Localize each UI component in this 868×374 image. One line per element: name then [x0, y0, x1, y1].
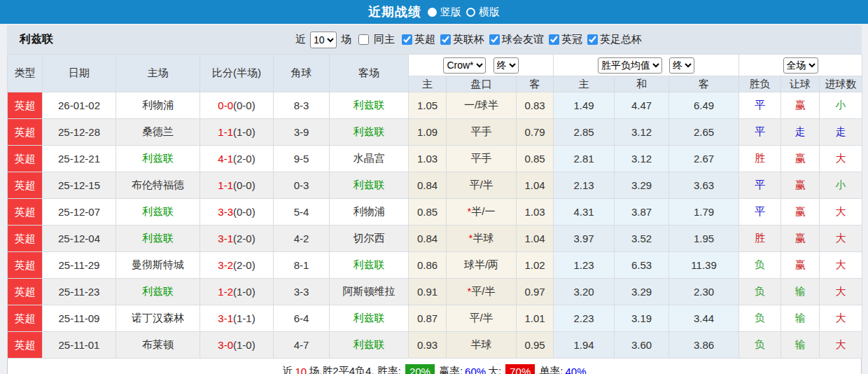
away-team[interactable]: 水晶宫 [330, 146, 409, 172]
league-badge[interactable]: 英超 [8, 92, 42, 118]
radio-vertical-icon[interactable] [428, 8, 437, 17]
away-team[interactable]: 阿斯顿维拉 [330, 279, 409, 305]
match-row: 英超 25-11-01 布莱顿 3-01-0 4-7 利兹联 0.93 半球 0… [8, 332, 862, 359]
league-type-cell: 英超 [8, 199, 43, 226]
odds-away-value: 0.85 [517, 146, 554, 172]
league-badge[interactable]: 英超 [8, 119, 42, 145]
score-cell: 4-12-0 [200, 146, 274, 172]
competition-checkbox-championship[interactable] [549, 34, 559, 45]
competition-label-fa-cup: 英足总杯 [600, 33, 642, 46]
handicap-win-pct: 60% [465, 366, 486, 374]
away-team[interactable]: 利兹联 [330, 119, 409, 146]
result-handicap: 赢 [781, 199, 820, 226]
col-header-date: 日期 [43, 55, 116, 92]
score-cell: 3-01-0 [200, 332, 274, 359]
competition-checkbox-fa-cup[interactable] [587, 34, 598, 45]
away-team[interactable]: 利物浦 [330, 199, 409, 226]
home-team[interactable]: 诺丁汉森林 [116, 305, 200, 332]
home-team[interactable]: 布伦特福德 [116, 172, 200, 199]
result-handicap: 输 [781, 279, 820, 305]
league-badge[interactable]: 英超 [8, 172, 42, 198]
league-badge[interactable]: 英超 [8, 226, 42, 251]
odds-home-value: 0.85 [409, 199, 447, 226]
score-cell: 1-10-0 [200, 172, 274, 199]
avg-draw-odds: 3.52 [615, 226, 669, 252]
home-team[interactable]: 布莱顿 [116, 332, 200, 359]
home-team[interactable]: 利兹联 [116, 226, 200, 252]
home-team[interactable]: 利兹联 [116, 146, 200, 172]
halftime-score: 2-0 [233, 153, 255, 165]
score-cell: 3-12-0 [200, 226, 274, 252]
odds-time-select[interactable]: 终 [493, 57, 519, 74]
handicap-line: 平/半 [447, 172, 517, 199]
layout-option-vertical[interactable]: 竖版 [428, 6, 461, 19]
fulltime-score: 1-2 [218, 286, 233, 298]
league-badge[interactable]: 英超 [8, 199, 42, 225]
away-team[interactable]: 利兹联 [330, 252, 409, 279]
avg-away-odds: 6.49 [669, 92, 739, 119]
results-body: 英超 26-01-02 利物浦 0-00-0 8-3 利兹联 1.05 一/球半… [8, 92, 862, 359]
handicap-text: 平手 [471, 125, 492, 137]
result-wdl: 平 [739, 92, 781, 119]
col-header-score: 比分(半场) [200, 55, 274, 92]
col-header-odds-home: 主 [409, 76, 447, 92]
odds-source-select[interactable]: Crow* [443, 57, 486, 74]
home-team[interactable]: 桑德兰 [116, 119, 200, 146]
match-date: 25-11-09 [43, 305, 116, 332]
halftime-score: 0-0 [233, 179, 255, 191]
league-badge[interactable]: 英超 [8, 252, 42, 278]
avg-odds-select[interactable]: 胜平负均值 [598, 57, 662, 74]
avg-draw-odds: 3.87 [615, 199, 669, 226]
away-team[interactable]: 利兹联 [330, 305, 409, 332]
avg-draw-odds: 6.53 [615, 252, 669, 279]
same-home-checkbox[interactable] [358, 34, 369, 45]
home-team[interactable]: 利兹联 [116, 199, 200, 226]
scope-select[interactable]: 全场 [783, 57, 818, 74]
league-badge[interactable]: 英超 [8, 332, 42, 358]
result-handicap: 赢 [781, 172, 820, 199]
match-date: 25-11-01 [43, 332, 116, 359]
layout-option-horizontal[interactable]: 横版 [466, 6, 500, 19]
league-badge[interactable]: 英超 [8, 146, 42, 172]
avg-home-odds: 1.94 [554, 332, 615, 359]
match-row: 英超 26-01-02 利物浦 0-00-0 8-3 利兹联 1.05 一/球半… [8, 92, 862, 119]
away-team[interactable]: 利兹联 [330, 92, 409, 119]
home-team[interactable]: 曼彻斯特城 [116, 252, 200, 279]
handicap-text: 平/半 [471, 285, 495, 297]
halftime-score: 0-0 [233, 206, 255, 218]
odds-away-value: 1.04 [517, 172, 554, 199]
corner-score: 8-3 [274, 92, 330, 119]
match-row: 英超 25-12-04 利兹联 3-12-0 4-2 切尔西 0.84 *半球 … [8, 226, 862, 252]
recent-count-select[interactable]: 10 [310, 32, 337, 48]
corner-score: 8-1 [274, 252, 330, 279]
away-team[interactable]: 利兹联 [330, 172, 409, 199]
fulltime-score: 4-1 [218, 153, 233, 165]
matches-label: 场 [341, 33, 351, 46]
handicap-text: 半球 [471, 338, 492, 350]
league-badge[interactable]: 英超 [8, 305, 42, 331]
score-cell: 3-22-0 [200, 252, 274, 279]
home-team[interactable]: 利兹联 [116, 279, 200, 305]
result-goals: 走 [820, 119, 862, 146]
big-rate-badge: 70% [505, 364, 535, 374]
col-header-avg-draw: 和 [615, 76, 669, 92]
col-header-type: 类型 [8, 55, 43, 92]
away-team[interactable]: 利兹联 [330, 332, 409, 359]
league-type-cell: 英超 [8, 172, 43, 199]
competition-checkbox-league-cup[interactable] [440, 34, 451, 45]
league-type-cell: 英超 [8, 146, 43, 172]
fulltime-score: 1-1 [218, 126, 233, 138]
odds-away-value: 0.95 [517, 332, 554, 359]
competition-checkbox-club-friendly[interactable] [489, 34, 500, 45]
radio-horizontal-icon[interactable] [466, 8, 475, 17]
avg-time-select[interactable]: 终 [669, 57, 694, 74]
away-team[interactable]: 切尔西 [330, 226, 409, 252]
competition-checkbox-premier-league[interactable] [402, 34, 412, 45]
handicap-text: 平/半 [469, 179, 493, 191]
avg-away-odds: 2.30 [669, 279, 739, 305]
score-cell: 3-30-0 [200, 199, 274, 226]
home-team[interactable]: 利物浦 [116, 92, 200, 119]
league-badge[interactable]: 英超 [8, 279, 42, 305]
halftime-score: 1-1 [233, 312, 255, 324]
league-type-cell: 英超 [8, 279, 43, 305]
